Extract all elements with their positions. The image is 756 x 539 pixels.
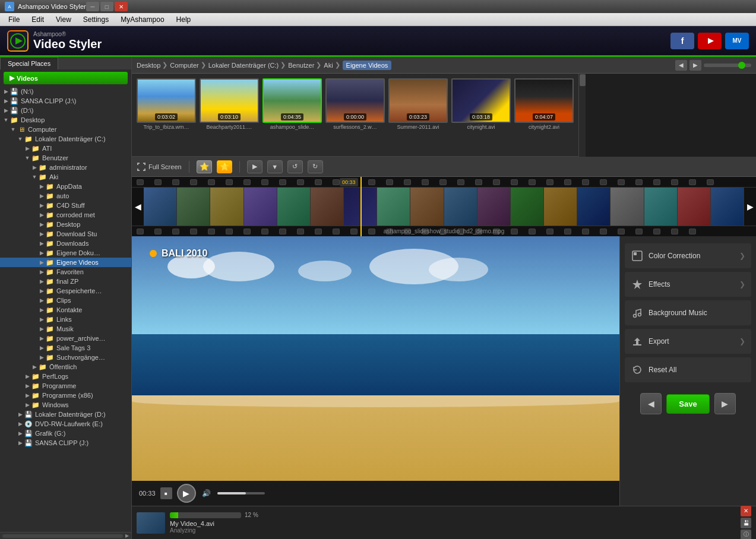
tree-toggle[interactable]: ▶: [38, 268, 45, 275]
stop-button[interactable]: ■: [160, 487, 172, 499]
tree-toggle[interactable]: ▶: [38, 230, 45, 237]
thumbnail-item[interactable]: 0:04:35 ashampoo_slide…: [262, 78, 322, 151]
status-info-icon[interactable]: ⓘ: [741, 530, 751, 540]
color-correction-button[interactable]: Color Correction ❯: [625, 243, 751, 268]
tree-toggle[interactable]: ▶: [2, 97, 10, 104]
tree-toggle[interactable]: ▶: [17, 439, 24, 446]
tree-toggle[interactable]: ▶: [24, 145, 31, 152]
tree-toggle[interactable]: ▼: [31, 173, 38, 180]
play-button[interactable]: ▶: [177, 484, 196, 503]
tree-item-c4d[interactable]: ▶ 📁 C4D Stuff: [0, 201, 131, 210]
tree-item-downloads[interactable]: ▶ 📁 Downloads: [0, 239, 131, 248]
tree-item-benutzer[interactable]: ▼ 📁 Benutzer: [0, 153, 131, 163]
tree-item-desktop2[interactable]: ▶ 📁 Desktop: [0, 220, 131, 229]
facebook-button[interactable]: f: [670, 33, 694, 49]
play-button-toolbar[interactable]: ▶: [247, 160, 262, 173]
thumbnail-size-slider[interactable]: [704, 64, 751, 67]
tree-toggle[interactable]: ▶: [38, 211, 45, 218]
save-button[interactable]: Save: [666, 394, 709, 414]
tree-item-perflogs[interactable]: ▶ 📁 PerfLogs: [0, 372, 131, 381]
breadcrumb-computer[interactable]: Computer ❯: [170, 61, 205, 69]
tree-item-desktop[interactable]: ▼ 📁 Desktop: [0, 115, 131, 125]
tree-item-auto[interactable]: ▶ 📁 auto: [0, 191, 131, 201]
tree-toggle[interactable]: ▶: [38, 344, 45, 351]
tree-toggle[interactable]: ▶: [38, 306, 45, 313]
tree-toggle[interactable]: ▶: [38, 278, 45, 285]
tree-toggle[interactable]: ▼: [10, 126, 17, 133]
tree-item-appdata[interactable]: ▶ 📁 AppData: [0, 182, 131, 191]
breadcrumb-nav-right[interactable]: ▶: [689, 60, 701, 71]
reset-all-button[interactable]: Reset All: [625, 357, 751, 382]
tree-toggle[interactable]: ▶: [38, 249, 45, 256]
nav-prev-button[interactable]: ◀: [640, 393, 662, 414]
tree-item-downloadstu[interactable]: ▶ 📁 Download Stu: [0, 229, 131, 239]
tree-item-finalzp[interactable]: ▶ 📁 final ZP: [0, 277, 131, 286]
thumbnail-item[interactable]: 0:03:18 citynight.avi: [451, 78, 511, 151]
youtube-button[interactable]: [698, 33, 722, 49]
volume-slider[interactable]: [217, 492, 265, 494]
thumbnail-item[interactable]: 0:04:07 citynight2.avi: [514, 78, 574, 151]
tree-toggle[interactable]: ▼: [17, 135, 24, 142]
sidebar-scroll-horizontal[interactable]: [2, 534, 123, 538]
tree-toggle[interactable]: ▶: [31, 164, 38, 171]
tree-item-links[interactable]: ▶ 📁 Links: [0, 315, 131, 324]
tree-item-sansa[interactable]: ▶ 💾 SANSA CLIPP (J:\): [0, 96, 131, 106]
mv-button[interactable]: MV: [725, 33, 749, 49]
breadcrumb-benutzer[interactable]: Benutzer ❯: [288, 61, 321, 69]
timeline-cursor[interactable]: [360, 177, 362, 236]
tree-toggle[interactable]: ▶: [38, 297, 45, 304]
breadcrumb-aki[interactable]: Aki ❯: [324, 61, 340, 69]
tree-item-favoriten[interactable]: ▶ 📁 Favoriten: [0, 267, 131, 277]
tree-item-aki[interactable]: ▼ 📁 Aki: [0, 172, 131, 182]
tree-toggle[interactable]: ▶: [38, 240, 45, 247]
export-button[interactable]: Export ❯: [625, 329, 751, 354]
tree-item-corroded[interactable]: ▶ 📁 corroded met: [0, 210, 131, 220]
tree-toggle[interactable]: ▼: [24, 154, 31, 161]
status-close-button[interactable]: ✕: [741, 506, 751, 516]
tree-toggle[interactable]: ▶: [38, 287, 45, 294]
tree-item-windows[interactable]: ▶ 📁 Windows: [0, 400, 131, 410]
tree-item-eigenevideos[interactable]: ▶ 📁 Eigene Videos: [0, 258, 131, 267]
maximize-button[interactable]: □: [100, 2, 113, 11]
thumbnail-item[interactable]: 0:03:23 Summer-2011.avi: [388, 78, 448, 151]
timeline-nav-right[interactable]: ▶: [744, 188, 756, 226]
tree-toggle[interactable]: ▶: [17, 430, 24, 437]
tree-item-suchvorgange[interactable]: ▶ 📁 Suchvorgänge…: [0, 353, 131, 362]
tree-toggle[interactable]: ▶: [17, 411, 24, 418]
menu-myashampoo[interactable]: MyAshampoo: [115, 14, 170, 25]
tree-toggle[interactable]: ▶: [17, 420, 24, 427]
timeline-nav-left[interactable]: ◀: [132, 188, 144, 226]
tree-item-lokal-c[interactable]: ▼ 📁 Lokaler Datenträger (C:): [0, 134, 131, 144]
tree-toggle[interactable]: ▶: [24, 382, 31, 389]
tree-item-gespeicherte[interactable]: ▶ 📁 Gespeicherte…: [0, 286, 131, 296]
thumbnail-item[interactable]: 0:00:00 surflessons_2.w…: [325, 78, 385, 151]
thumbnail-item[interactable]: 0:03:10 Beachparty2011.…: [200, 78, 259, 151]
tree-item-dvd[interactable]: ▶ 💿 DVD-RW-Laufwerk (E:): [0, 419, 131, 429]
tree-toggle[interactable]: ▶: [2, 88, 10, 95]
tree-item-n[interactable]: ▶ 💾 (N:\): [0, 87, 131, 96]
close-button[interactable]: ✕: [115, 2, 128, 11]
tree-item-programmex86[interactable]: ▶ 📁 Programme (x86): [0, 391, 131, 400]
tree-toggle[interactable]: ▶: [38, 325, 45, 332]
thumbnail-item[interactable]: 0:03:02 Trip_to_Ibiza.wm…: [137, 78, 196, 151]
tree-item-offentlich[interactable]: ▶ 📁 Öffentlich: [0, 362, 131, 372]
tree-toggle[interactable]: ▶: [2, 107, 10, 114]
breadcrumb-lokaler[interactable]: Lokaler Datenträger (C:) ❯: [208, 61, 286, 69]
film-frames-container[interactable]: [144, 188, 744, 226]
sidebar-tree[interactable]: ▶ 💾 (N:\) ▶ 💾 SANSA CLIPP (J:\) ▶ 💾 (D:\…: [0, 87, 131, 532]
tree-item-powerarchive[interactable]: ▶ 📁 power_archive…: [0, 334, 131, 343]
menu-settings[interactable]: Settings: [77, 14, 115, 25]
tree-item-kontakte[interactable]: ▶ 📁 Kontakte: [0, 305, 131, 315]
tree-toggle[interactable]: ▶: [38, 192, 45, 199]
tree-item-computer[interactable]: ▼ 🖥 Computer: [0, 125, 131, 134]
videos-button[interactable]: ▶ Videos: [4, 72, 128, 84]
tree-item-ati[interactable]: ▶ 📁 ATI: [0, 144, 131, 153]
menu-view[interactable]: View: [50, 14, 77, 25]
breadcrumb-eigene-videos[interactable]: Eigene Videos: [343, 61, 392, 70]
tree-item-administrator[interactable]: ▶ 📁 administrator: [0, 163, 131, 172]
background-music-button[interactable]: Background Music: [625, 300, 751, 325]
file-browser-scrollbar[interactable]: [578, 74, 586, 157]
fullscreen-button[interactable]: Full Screen: [137, 162, 182, 172]
menu-edit[interactable]: Edit: [26, 14, 50, 25]
tree-item-saletags[interactable]: ▶ 📁 Sale Tags 3: [0, 343, 131, 353]
